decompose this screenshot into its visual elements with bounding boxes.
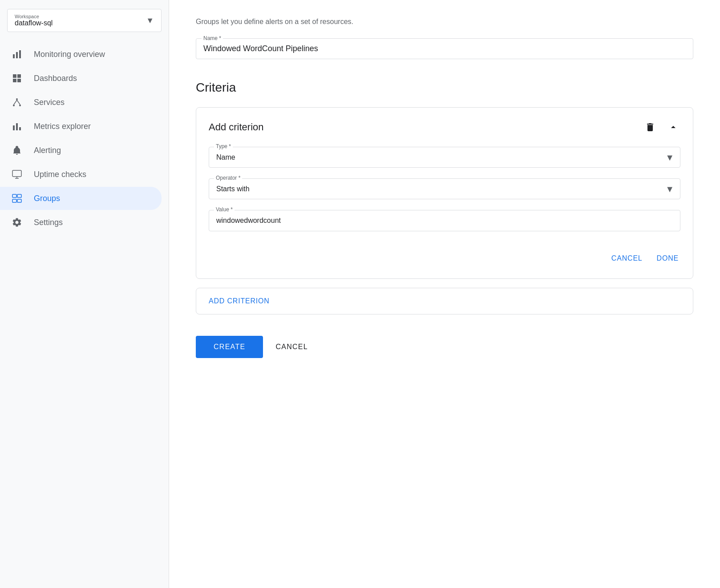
svg-rect-4 xyxy=(17,74,21,78)
sidebar-item-groups[interactable]: Groups xyxy=(0,187,162,210)
svg-rect-2 xyxy=(19,50,21,58)
sidebar-item-label-settings: Settings xyxy=(34,218,63,227)
services-icon xyxy=(11,97,23,108)
svg-rect-5 xyxy=(13,79,16,82)
delete-criterion-button[interactable] xyxy=(643,120,657,134)
sidebar-item-services[interactable]: Services xyxy=(0,91,162,114)
svg-line-11 xyxy=(17,100,20,105)
sidebar-item-alerting[interactable]: Alerting xyxy=(0,139,162,162)
criteria-title: Criteria xyxy=(196,81,693,95)
criterion-cancel-button[interactable]: CANCEL xyxy=(610,251,644,266)
value-field-label: Value * xyxy=(214,206,235,213)
sidebar-nav: Monitoring overview Dashboards Services xyxy=(0,43,169,234)
criterion-footer: CANCEL DONE xyxy=(209,242,680,266)
sidebar-item-uptime-checks[interactable]: Uptime checks xyxy=(0,163,162,186)
svg-point-9 xyxy=(19,105,21,106)
cancel-main-button[interactable]: CANCEL xyxy=(272,336,311,358)
svg-line-10 xyxy=(14,100,17,105)
trash-icon xyxy=(645,122,655,133)
gear-icon xyxy=(11,217,23,228)
criterion-actions xyxy=(643,120,680,134)
chevron-down-icon: ▼ xyxy=(146,16,154,25)
type-select-wrapper: Name Tag Region Project ▼ xyxy=(209,147,680,168)
bar-chart-icon xyxy=(11,121,23,132)
name-field-label: Name * xyxy=(202,35,223,41)
sidebar-item-label-groups: Groups xyxy=(34,194,60,203)
svg-rect-6 xyxy=(17,79,21,82)
svg-rect-3 xyxy=(13,74,16,78)
operator-select-wrapper: Starts with Ends with Contains Equals ▼ xyxy=(209,178,680,199)
svg-point-8 xyxy=(13,105,15,106)
sidebar-item-label-dashboards: Dashboards xyxy=(34,74,77,83)
intro-text: Groups let you define alerts on a set of… xyxy=(196,18,693,26)
groups-icon xyxy=(11,193,23,204)
svg-rect-21 xyxy=(17,199,21,202)
workspace-label: Workspace xyxy=(15,14,53,19)
chart-bar-icon xyxy=(11,49,23,60)
svg-rect-14 xyxy=(19,127,21,130)
create-button[interactable]: CREATE xyxy=(196,336,263,358)
value-field: Value * xyxy=(209,210,680,231)
name-input[interactable] xyxy=(203,42,686,53)
operator-field: Operator * Starts with Ends with Contain… xyxy=(209,178,680,199)
sidebar-item-label-monitoring-overview: Monitoring overview xyxy=(34,50,105,59)
sidebar: Workspace dataflow-sql ▼ Monitoring over… xyxy=(0,0,169,588)
sidebar-item-label-metrics-explorer: Metrics explorer xyxy=(34,122,91,131)
action-buttons: CREATE CANCEL xyxy=(196,336,693,358)
criterion-header: Add criterion xyxy=(209,120,680,134)
type-field: Type * Name Tag Region Project ▼ xyxy=(209,147,680,168)
sidebar-item-label-services: Services xyxy=(34,98,65,107)
svg-rect-12 xyxy=(13,125,15,130)
sidebar-item-metrics-explorer[interactable]: Metrics explorer xyxy=(0,115,162,138)
sidebar-item-label-alerting: Alerting xyxy=(34,146,61,155)
operator-field-label: Operator * xyxy=(214,175,242,181)
name-field-container: Name * xyxy=(196,38,693,59)
svg-rect-19 xyxy=(17,194,21,197)
criterion-title: Add criterion xyxy=(209,121,264,133)
type-select[interactable]: Name Tag Region Project xyxy=(209,147,680,168)
main-content: Groups let you define alerts on a set of… xyxy=(169,0,720,588)
criterion-done-button[interactable]: DONE xyxy=(655,251,680,266)
workspace-selector[interactable]: Workspace dataflow-sql ▼ xyxy=(7,9,162,32)
add-criterion-button[interactable]: ADD CRITERION xyxy=(209,297,270,305)
svg-rect-20 xyxy=(12,199,16,202)
workspace-name: dataflow-sql xyxy=(15,19,53,27)
svg-rect-1 xyxy=(16,52,18,58)
sidebar-item-settings[interactable]: Settings xyxy=(0,211,162,234)
grid-icon xyxy=(11,73,23,84)
sidebar-item-label-uptime-checks: Uptime checks xyxy=(34,170,86,179)
bell-icon xyxy=(11,145,23,156)
svg-rect-0 xyxy=(13,54,15,58)
svg-point-7 xyxy=(16,98,18,100)
add-criterion-container: ADD CRITERION xyxy=(196,288,693,314)
type-field-label: Type * xyxy=(214,143,233,149)
monitor-icon xyxy=(11,169,23,180)
sidebar-item-monitoring-overview[interactable]: Monitoring overview xyxy=(0,43,162,66)
operator-select[interactable]: Starts with Ends with Contains Equals xyxy=(209,178,680,199)
criterion-card: Add criterion Type * Name xyxy=(196,107,693,279)
svg-rect-13 xyxy=(16,123,18,130)
svg-rect-15 xyxy=(12,170,21,177)
sidebar-item-dashboards[interactable]: Dashboards xyxy=(0,67,162,90)
chevron-up-icon xyxy=(668,122,679,133)
collapse-criterion-button[interactable] xyxy=(666,120,680,134)
value-input[interactable] xyxy=(209,210,680,231)
svg-rect-18 xyxy=(12,194,16,197)
